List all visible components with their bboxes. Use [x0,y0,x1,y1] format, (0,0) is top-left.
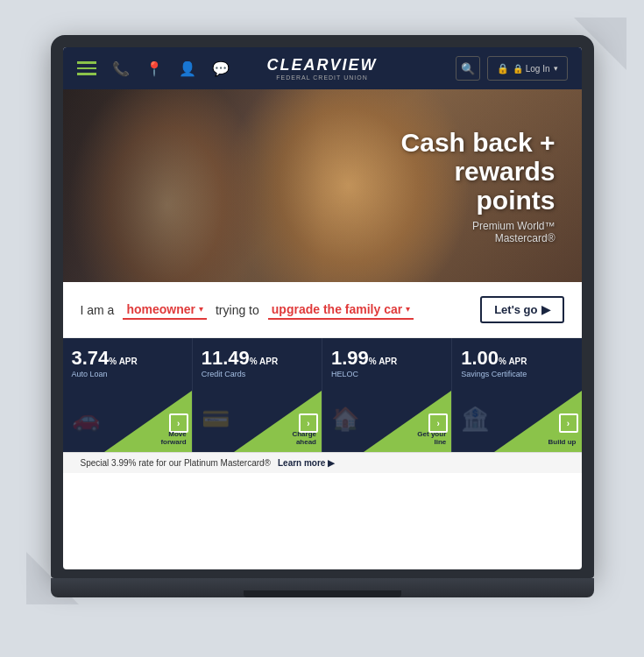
learn-more-link[interactable]: Learn more ▶ [278,458,335,468]
login-arrow: ▾ [554,64,558,73]
action-arrow: ▾ [406,304,410,314]
cta-arrow: › [437,419,440,428]
hamburger-menu[interactable] [77,61,96,75]
card-action-label: Moveforward [160,430,186,447]
person-arrow: ▾ [199,304,203,314]
card-rate: 3.74 % APR [72,349,183,368]
card-content: 1.00 % APR Savings Certificate [452,338,581,378]
logo-sub: FEDERAL CREDIT UNION [267,74,378,81]
navbar: 📞 📍 👤 💬 CLEARVIEW FEDERAL CREDIT UNION 🔍… [63,47,582,89]
product-card-0[interactable]: 3.74 % APR Auto Loan 🚗 › Moveforward [63,338,193,452]
rate-number: 1.00 [461,349,499,368]
person-dropdown[interactable]: homeowner ▾ [123,300,207,320]
hero-banner: Cash back + rewards points Premium World… [63,89,582,282]
card-type: Credit Cards [202,370,313,378]
person-icon[interactable]: 👤 [179,60,196,77]
cta-arrow: › [567,419,570,428]
card-content: 11.49 % APR Credit Cards [193,338,322,378]
rate-pct: % APR [369,357,397,366]
card-icon: 🏠 [331,406,359,433]
action-value: upgrade the family car [272,302,402,316]
card-icon: 💳 [202,406,230,433]
product-card-3[interactable]: 1.00 % APR Savings Certificate 🏦 › Build… [452,338,581,452]
learn-more-label: Learn more [278,458,325,468]
lets-go-button[interactable]: Let's go ▶ [480,296,563,323]
selector-prefix: I am a [81,303,115,317]
laptop-base [51,578,594,597]
login-label: 🔒 Log In [513,64,550,74]
logo: CLEARVIEW FEDERAL CREDIT UNION [267,56,378,81]
card-type: HELOC [331,370,442,378]
product-card-2[interactable]: 1.99 % APR HELOC 🏠 › Get yourline [322,338,452,452]
card-action-label: Build up [548,438,577,447]
search-button[interactable]: 🔍 [456,56,480,81]
lock-icon: 🔒 [497,63,509,74]
card-type: Auto Loan [72,370,183,378]
screen: 📞 📍 👤 💬 CLEARVIEW FEDERAL CREDIT UNION 🔍… [63,47,582,569]
card-type: Savings Certificate [461,370,572,378]
learn-more-arrow: ▶ [328,458,335,468]
cta-arrow: › [177,419,180,428]
rate-pct: % APR [109,357,137,366]
card-content: 1.99 % APR HELOC [322,338,451,378]
chat-icon[interactable]: 💬 [212,60,230,77]
product-card-1[interactable]: 11.49 % APR Credit Cards 💳 › Chargeahead [193,338,322,452]
card-bottom: 🏦 › Build up [452,391,581,452]
hero-title: Cash back + rewards points [401,128,556,215]
action-dropdown[interactable]: upgrade the family car ▾ [268,300,414,320]
login-button[interactable]: 🔒 🔒 Log In ▾ [487,56,568,81]
rate-pct: % APR [499,357,527,366]
laptop-shell: 📞 📍 👤 💬 CLEARVIEW FEDERAL CREDIT UNION 🔍… [51,35,594,622]
card-icon: 🏦 [461,406,489,433]
cards-section: 3.74 % APR Auto Loan 🚗 › Moveforward 11.… [63,338,582,452]
rate-number: 3.74 [72,349,110,368]
promo-bar: Special 3.99% rate for our Platinum Mast… [63,452,582,473]
card-content: 3.74 % APR Auto Loan [63,338,192,378]
screen-border: 📞 📍 👤 💬 CLEARVIEW FEDERAL CREDIT UNION 🔍… [51,35,594,578]
card-action-label: Get yourline [417,430,446,447]
person-value: homeowner [126,302,195,316]
nav-right: 🔍 🔒 🔒 Log In ▾ [456,56,568,81]
card-icon: 🚗 [72,406,100,433]
hero-text: Cash back + rewards points Premium World… [401,128,556,244]
rate-pct: % APR [250,357,278,366]
selector-bar: I am a homeowner ▾ trying to upgrade the… [63,282,582,338]
lets-go-arrow: ▶ [541,303,550,316]
logo-text: CLEARVIEW [267,56,378,74]
card-cta-button[interactable]: › [559,413,578,433]
promo-text: Special 3.99% rate for our Platinum Mast… [81,458,271,468]
hero-subtitle: Premium World™ Mastercard® [401,220,556,244]
card-action-label: Chargeahead [292,430,316,447]
selector-connector: trying to [216,303,259,317]
location-icon[interactable]: 📍 [145,60,163,77]
card-bottom: 🚗 › Moveforward [63,391,192,452]
card-bottom: 🏠 › Get yourline [322,391,451,452]
lets-go-label: Let's go [494,303,537,316]
rate-number: 11.49 [202,349,250,368]
card-rate: 1.00 % APR [461,349,572,368]
card-rate: 1.99 % APR [331,349,442,368]
phone-icon[interactable]: 📞 [112,60,130,77]
card-bottom: 💳 › Chargeahead [193,391,322,452]
card-rate: 11.49 % APR [202,349,313,368]
cta-arrow: › [307,419,309,428]
rate-number: 1.99 [331,349,369,368]
